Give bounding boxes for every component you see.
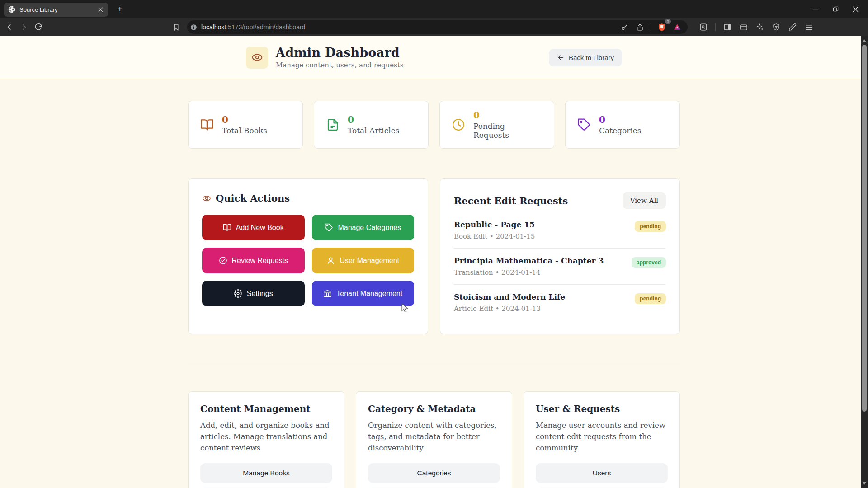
url-bar[interactable]: localhost:5173/root/admin/dashboard 1 <box>187 20 688 34</box>
users-button[interactable]: Users <box>536 463 668 483</box>
stat-card-categories: 0 Categories <box>565 101 680 149</box>
back-nav-icon[interactable] <box>3 20 16 34</box>
recent-edit-requests-panel: Recent Edit Requests View All Republic -… <box>440 178 680 334</box>
settings-button[interactable]: Settings <box>202 281 305 306</box>
review-requests-button[interactable]: Review Requests <box>202 248 305 273</box>
share-icon[interactable] <box>633 20 646 34</box>
page-viewport: Admin Dashboard Manage content, users, a… <box>0 36 868 488</box>
new-tab-button[interactable]: + <box>113 2 127 16</box>
status-badge: pending <box>635 221 666 232</box>
sidebar-icon[interactable] <box>721 20 734 34</box>
button-label: User Management <box>340 257 399 265</box>
wallet-icon[interactable] <box>737 20 750 34</box>
user-requests-card: User & Requests Manage user accounts and… <box>524 391 680 488</box>
favicon-concentric-circles-icon <box>8 6 15 13</box>
scrollbar-thumb[interactable] <box>862 45 867 412</box>
page-subtitle: Manage content, users, and requests <box>276 61 549 69</box>
arrow-left-icon <box>557 54 565 61</box>
tag-icon <box>577 118 591 131</box>
manage-categories-button[interactable]: Manage Categories <box>312 215 415 240</box>
tab-title: Source Library <box>19 6 92 13</box>
menu-hamburger-icon[interactable] <box>802 20 816 34</box>
page-title: Admin Dashboard <box>276 46 549 60</box>
browser-window: Source Library + <box>0 0 868 488</box>
password-key-icon[interactable] <box>618 20 631 34</box>
eye-icon <box>246 47 268 69</box>
restore-window-icon[interactable] <box>826 0 845 18</box>
content-management-card: Content Management Add, edit, and organi… <box>188 391 344 488</box>
file-icon <box>326 118 340 131</box>
leo-ai-sparkles-icon[interactable] <box>753 20 767 34</box>
section-divider <box>188 362 680 362</box>
request-title: Republic - Page 15 <box>454 220 535 229</box>
section-title: User & Requests <box>536 404 668 414</box>
tenant-management-button[interactable]: Tenant Management <box>312 281 415 306</box>
stats-row: 0 Total Books 0 Total Articles <box>188 101 680 149</box>
site-info-icon[interactable] <box>190 23 198 31</box>
request-list-item[interactable]: Principia Mathematica - Chapter 3 Transl… <box>454 249 666 285</box>
minimize-window-icon[interactable] <box>806 0 826 18</box>
vpn-shield-icon[interactable] <box>769 20 783 34</box>
reload-icon[interactable] <box>32 20 45 34</box>
forward-nav-icon[interactable] <box>17 20 31 34</box>
close-tab-icon[interactable] <box>96 5 105 14</box>
request-list-item[interactable]: Stoicism and Modern Life Article Edit • … <box>454 285 666 320</box>
brave-shields-icon[interactable]: 1 <box>655 20 669 34</box>
stat-value: 0 <box>348 115 399 125</box>
book-icon <box>223 223 231 232</box>
close-window-icon[interactable] <box>845 0 865 18</box>
book-icon <box>200 118 214 131</box>
page-scrollbar[interactable] <box>861 36 868 488</box>
window-controls <box>806 0 865 18</box>
category-metadata-card: Category & Metadata Organize content wit… <box>356 391 512 488</box>
request-title: Principia Mathematica - Chapter 3 <box>454 256 604 265</box>
brave-rewards-icon[interactable] <box>670 20 684 34</box>
section-description: Organize content with categories, tags, … <box>368 420 500 454</box>
view-all-button[interactable]: View All <box>623 192 666 209</box>
browser-tab[interactable]: Source Library <box>4 3 108 17</box>
tag-icon <box>325 223 333 232</box>
edit-pencil-icon[interactable] <box>786 20 799 34</box>
browser-toolbar: localhost:5173/root/admin/dashboard 1 <box>0 18 868 36</box>
stat-card-pending-requests: 0 Pending Requests <box>439 101 554 149</box>
back-to-library-button[interactable]: Back to Library <box>549 49 622 66</box>
stat-value: 0 <box>222 115 267 125</box>
stat-label: Total Books <box>222 126 267 135</box>
url-text[interactable]: localhost:5173/root/admin/dashboard <box>201 23 618 31</box>
stat-label: Categories <box>599 126 642 135</box>
button-label: Tenant Management <box>336 290 402 298</box>
manage-books-button[interactable]: Manage Books <box>200 463 332 483</box>
request-meta: Book Edit • 2024-01-15 <box>454 232 535 240</box>
request-list-item[interactable]: Republic - Page 15 Book Edit • 2024-01-1… <box>454 212 666 249</box>
user-icon <box>326 256 335 265</box>
status-badge: approved <box>632 257 666 268</box>
stat-value: 0 <box>473 110 542 120</box>
bank-icon <box>323 289 332 298</box>
scrollbar-down-arrow-icon[interactable] <box>861 480 868 487</box>
bookmark-icon[interactable] <box>169 20 183 34</box>
url-host: localhost <box>201 23 226 31</box>
shields-count-badge: 1 <box>665 19 671 24</box>
toolbar-divider <box>715 23 716 31</box>
urlbar-actions: 1 <box>618 20 684 34</box>
check-circle-icon <box>219 256 227 265</box>
recent-requests-title: Recent Edit Requests <box>454 195 568 206</box>
user-management-button[interactable]: User Management <box>312 248 415 273</box>
stat-card-total-articles: 0 Total Articles <box>314 101 429 149</box>
section-description: Manage user accounts and review content … <box>536 420 668 454</box>
scrollbar-up-arrow-icon[interactable] <box>861 37 868 44</box>
section-title: Category & Metadata <box>368 404 500 414</box>
clock-icon <box>452 118 465 131</box>
eye-icon <box>202 194 211 203</box>
button-label: Manage Categories <box>338 224 401 232</box>
button-label: Add New Book <box>236 224 284 232</box>
section-description: Add, edit, and organize books and articl… <box>200 420 332 454</box>
search-panel-icon[interactable] <box>697 20 710 34</box>
quick-actions-title: Quick Actions <box>216 192 290 204</box>
request-meta: Article Edit • 2024-01-13 <box>454 305 565 313</box>
categories-button[interactable]: Categories <box>368 463 500 483</box>
request-meta: Translation • 2024-01-14 <box>454 268 604 277</box>
tab-bar: Source Library + <box>0 0 868 18</box>
add-new-book-button[interactable]: Add New Book <box>202 215 305 240</box>
toolbar-divider <box>651 23 651 31</box>
